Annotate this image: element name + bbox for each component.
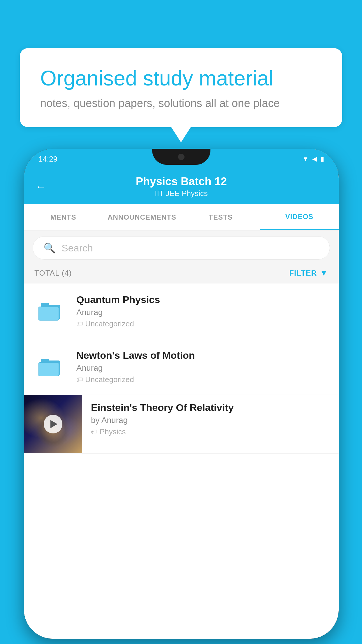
- folder-stack-icon: [38, 355, 65, 379]
- bubble-subtitle: notes, question papers, solutions all at…: [40, 97, 322, 110]
- bubble-title: Organised study material: [40, 66, 322, 91]
- item-author: by Anurag: [91, 416, 330, 425]
- total-bar: TOTAL (4) FILTER ▼: [24, 262, 339, 284]
- item-author: Anurag: [76, 308, 327, 317]
- play-button[interactable]: [44, 415, 62, 433]
- tab-videos[interactable]: VIDEOS: [260, 204, 339, 230]
- tabs-bar: MENTS ANNOUNCEMENTS TESTS VIDEOS: [24, 204, 339, 230]
- app-header: ← Physics Batch 12 IIT JEE Physics: [24, 169, 339, 204]
- phone-frame: 14:29 ▼ ◀ ▮ ← Physics Batch 12 IIT JEE P…: [24, 149, 339, 639]
- item-info: Quantum Physics Anurag 🏷 Uncategorized: [68, 294, 327, 328]
- header-subtitle: IIT JEE Physics: [155, 189, 208, 198]
- tab-tests[interactable]: TESTS: [181, 204, 260, 230]
- item-thumbnail: [24, 395, 82, 453]
- list-item[interactable]: Newton's Laws of Motion Anurag 🏷 Uncateg…: [24, 339, 339, 395]
- folder-stack-icon: [38, 300, 65, 323]
- item-icon: [36, 300, 68, 323]
- tab-ments[interactable]: MENTS: [24, 204, 103, 230]
- filter-label: FILTER: [289, 269, 317, 278]
- folder-svg-icon: [38, 355, 62, 377]
- tag-text: Uncategorized: [85, 375, 134, 384]
- total-label: TOTAL (4): [34, 269, 72, 278]
- item-title: Newton's Laws of Motion: [76, 350, 327, 361]
- signal-icon: ◀: [312, 155, 317, 163]
- content-list: Quantum Physics Anurag 🏷 Uncategorized: [24, 284, 339, 639]
- item-info: Newton's Laws of Motion Anurag 🏷 Uncateg…: [68, 350, 327, 384]
- svg-rect-6: [38, 363, 59, 376]
- item-title: Einstein's Theory Of Relativity: [91, 402, 330, 413]
- list-item[interactable]: Einstein's Theory Of Relativity by Anura…: [24, 395, 339, 454]
- back-button[interactable]: ←: [36, 181, 46, 193]
- camera-dot: [178, 154, 184, 160]
- list-item[interactable]: Quantum Physics Anurag 🏷 Uncategorized: [24, 284, 339, 339]
- search-box[interactable]: 🔍 Search: [33, 236, 330, 260]
- notch: [152, 149, 210, 165]
- status-time: 14:29: [38, 155, 57, 164]
- search-placeholder: Search: [61, 242, 93, 254]
- tag-text: Physics: [100, 427, 126, 436]
- tag-icon: 🏷: [76, 376, 83, 384]
- status-icons: ▼ ◀ ▮: [302, 155, 324, 163]
- svg-rect-1: [41, 303, 49, 307]
- filter-button[interactable]: FILTER ▼: [289, 268, 328, 278]
- filter-icon: ▼: [320, 268, 328, 278]
- tag-text: Uncategorized: [85, 319, 134, 328]
- item-info: Einstein's Theory Of Relativity by Anura…: [82, 395, 339, 443]
- folder-svg-icon: [38, 300, 62, 321]
- wifi-icon: ▼: [302, 155, 309, 163]
- speech-bubble: Organised study material notes, question…: [20, 48, 342, 127]
- tag-icon: 🏷: [91, 428, 97, 436]
- item-icon: [36, 355, 68, 379]
- tab-announcements[interactable]: ANNOUNCEMENTS: [103, 204, 181, 230]
- tag-icon: 🏷: [76, 320, 83, 328]
- search-container: 🔍 Search: [24, 230, 339, 265]
- item-tag: 🏷 Uncategorized: [76, 319, 327, 328]
- item-tag: 🏷 Uncategorized: [76, 375, 327, 384]
- battery-icon: ▮: [321, 155, 324, 163]
- item-author: Anurag: [76, 363, 327, 373]
- item-tag: 🏷 Physics: [91, 427, 330, 436]
- header-title: Physics Batch 12: [136, 175, 227, 188]
- svg-rect-2: [38, 307, 59, 320]
- svg-rect-5: [41, 359, 49, 363]
- item-title: Quantum Physics: [76, 294, 327, 305]
- search-icon: 🔍: [43, 242, 56, 254]
- play-triangle-icon: [50, 420, 57, 428]
- status-bar: 14:29 ▼ ◀ ▮: [24, 149, 339, 169]
- phone-screen: 14:29 ▼ ◀ ▮ ← Physics Batch 12 IIT JEE P…: [24, 149, 339, 639]
